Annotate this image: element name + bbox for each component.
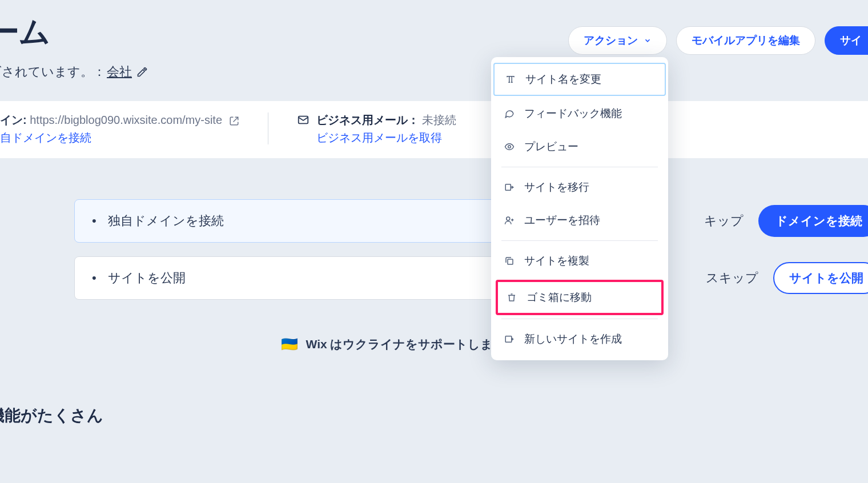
dropdown-item-rename-site[interactable]: サイト名を変更 (493, 63, 666, 96)
skip-link[interactable]: キップ (704, 212, 744, 230)
bullet-icon: • (92, 214, 97, 228)
chat-icon (504, 108, 515, 119)
mail-icon (297, 114, 310, 146)
subtitle-prefix: ズされています。： (0, 63, 106, 80)
external-link-icon[interactable] (229, 116, 239, 126)
divider (268, 112, 268, 144)
dropdown-item-label: サイトを複製 (524, 253, 589, 268)
svg-point-1 (508, 146, 511, 148)
dropdown-item-label: サイト名を変更 (525, 72, 601, 87)
connect-domain-link[interactable]: 独自ドメインを接続 (0, 130, 239, 146)
get-business-mail-link[interactable]: ビジネス用メールを取得 (316, 130, 457, 146)
transfer-icon (504, 182, 515, 192)
separator (501, 240, 658, 241)
dropdown-item-label: 新しいサイトを作成 (524, 332, 622, 347)
dropdown-item-create-new-site[interactable]: 新しいサイトを作成 (491, 323, 668, 356)
svg-point-3 (507, 217, 510, 220)
bullet-icon: • (92, 271, 97, 285)
new-site-icon (504, 334, 515, 344)
setup-item-label: サイトを公開 (108, 269, 186, 287)
dropdown-item-feedback[interactable]: フィードバック機能 (491, 97, 668, 130)
bottom-heading-fragment: 機能がたくさん (0, 405, 868, 426)
svg-rect-2 (505, 184, 511, 191)
dropdown-item-duplicate-site[interactable]: サイトを複製 (491, 244, 668, 277)
dropdown-item-move-to-trash[interactable]: ゴミ箱に移動 (496, 280, 664, 315)
trash-icon (506, 292, 517, 303)
domain-label: メイン: (0, 114, 27, 126)
user-plus-icon (504, 215, 515, 226)
action-dropdown: サイト名を変更 フィードバック機能 プレビュー サイトを移行 ユーザーを招待 サ… (491, 57, 668, 360)
dropdown-item-preview[interactable]: プレビュー (491, 130, 668, 163)
connect-domain-button[interactable]: ドメインを接続 (758, 205, 868, 237)
business-mail-label: ビジネス用メール： (316, 114, 419, 126)
action-button[interactable]: アクション (568, 26, 667, 55)
dropdown-item-label: ユーザーを招待 (524, 213, 600, 228)
ukraine-banner: 🇺🇦 Wix はウクライナをサポートします 支援サイト › (0, 336, 868, 352)
dropdown-item-label: フィードバック機能 (524, 106, 622, 121)
subtitle-link[interactable]: 会社 (107, 63, 132, 80)
business-mail-status: 未接続 (422, 114, 456, 126)
text-icon (505, 74, 516, 84)
edit-mobile-app-button[interactable]: モバイルアプリを編集 (676, 26, 815, 55)
separator (501, 319, 658, 319)
eye-icon (504, 142, 515, 152)
dropdown-item-invite-users[interactable]: ユーザーを招待 (491, 204, 668, 237)
chevron-down-icon (644, 37, 652, 45)
ukraine-flag-icon: 🇺🇦 (281, 336, 298, 352)
ukraine-text: Wix はウクライナをサポートします (306, 336, 506, 352)
dropdown-item-label: プレビュー (524, 139, 578, 154)
svg-rect-4 (508, 259, 513, 264)
dropdown-item-transfer-site[interactable]: サイトを移行 (491, 171, 668, 204)
dropdown-item-label: サイトを移行 (524, 180, 589, 195)
domain-url: https://bigblog090.wixsite.com/my-site (30, 114, 222, 126)
edit-icon[interactable] (136, 66, 148, 78)
site-button-fragment[interactable]: サイ (825, 26, 868, 55)
skip-link[interactable]: スキップ (706, 269, 758, 287)
setup-item-label: 独自ドメインを接続 (108, 212, 224, 230)
separator (501, 167, 658, 167)
publish-site-button[interactable]: サイトを公開 (773, 262, 868, 294)
info-bar: メイン: https://bigblog090.wixsite.com/my-s… (0, 101, 868, 158)
svg-rect-5 (505, 336, 512, 343)
action-button-label: アクション (584, 33, 638, 48)
dropdown-item-label: ゴミ箱に移動 (527, 290, 592, 305)
duplicate-icon (504, 256, 515, 266)
